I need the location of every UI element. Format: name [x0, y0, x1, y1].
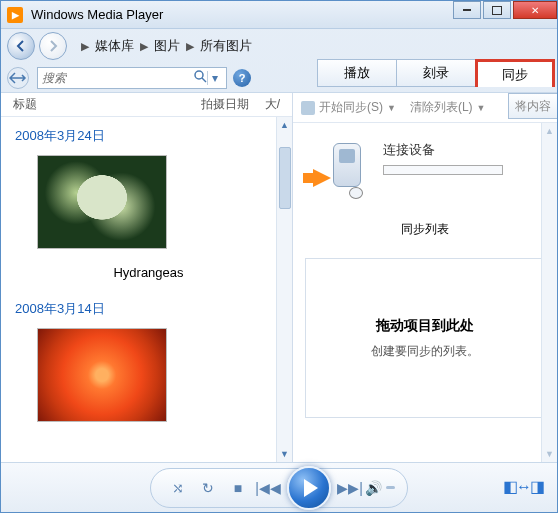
close-button[interactable]: ✕: [513, 1, 557, 19]
sync-toolbar: 开始同步(S) ▼ 清除列表(L) ▼ 将内容: [293, 93, 557, 123]
col-title[interactable]: 标题: [13, 96, 201, 113]
column-headers: 标题 拍摄日期 大/: [1, 93, 292, 117]
nav-bar: ▶ 媒体库 ▶ 图片 ▶ 所有图片: [1, 29, 557, 63]
col-size[interactable]: 大/: [265, 96, 280, 113]
search-icon[interactable]: [193, 69, 207, 86]
mode-tabs: 播放 刻录 同步: [318, 59, 555, 87]
sync-pane: 开始同步(S) ▼ 清除列表(L) ▼ 将内容 连接设备: [293, 93, 557, 462]
help-button[interactable]: ?: [233, 69, 251, 87]
repeat-button[interactable]: ↻: [193, 473, 223, 503]
device-label: 连接设备: [383, 141, 503, 159]
search-input[interactable]: [42, 71, 193, 85]
volume-control[interactable]: 🔊: [365, 473, 395, 503]
location-back-icon[interactable]: [7, 67, 29, 89]
sync-drop-zone[interactable]: 拖动项目到此处 创建要同步的列表。: [305, 258, 545, 418]
window-buttons: ✕: [451, 1, 557, 19]
breadcrumb-item[interactable]: 图片: [154, 37, 180, 55]
playback-controls: ⤭ ↻ ■ |◀◀ ▶▶| 🔊: [150, 468, 408, 508]
volume-slider[interactable]: [386, 486, 395, 489]
device-capacity-bar: [383, 165, 503, 175]
thumbnail-caption: Hydrangeas: [15, 265, 282, 280]
clear-list-button[interactable]: 清除列表(L) ▼: [410, 99, 486, 116]
group-header[interactable]: 2008年3月14日: [15, 300, 282, 318]
drop-zone-line1: 拖动项目到此处: [376, 317, 474, 335]
svg-point-0: [195, 71, 203, 79]
title-bar: ▶ Windows Media Player ✕: [1, 1, 557, 29]
content-area: 标题 拍摄日期 大/ 2008年3月24日 Hydrangeas 2008年3月…: [1, 93, 557, 462]
thumbnail[interactable]: [37, 155, 167, 249]
start-sync-button[interactable]: 开始同步(S) ▼: [301, 99, 396, 116]
previous-button[interactable]: |◀◀: [253, 473, 283, 503]
tab-burn[interactable]: 刻录: [396, 59, 476, 87]
scroll-up-icon[interactable]: ▲: [277, 117, 292, 133]
playback-bar: ⤭ ↻ ■ |◀◀ ▶▶| 🔊 ◧↔◨: [1, 462, 557, 512]
minimize-button[interactable]: [453, 1, 481, 19]
chevron-down-icon: ▼: [387, 103, 396, 113]
device-icon: [313, 139, 371, 201]
search-dropdown-icon[interactable]: ▾: [207, 71, 222, 85]
thumbnail[interactable]: [37, 328, 167, 422]
search-box[interactable]: ▾: [37, 67, 227, 89]
scrollbar[interactable]: ▲ ▼: [541, 123, 557, 462]
drop-zone-line2: 创建要同步的列表。: [371, 343, 479, 360]
library-pane: 标题 拍摄日期 大/ 2008年3月24日 Hydrangeas 2008年3月…: [1, 93, 293, 462]
scrollbar[interactable]: ▲ ▼: [276, 117, 292, 462]
chevron-right-icon: ▶: [186, 40, 194, 53]
chevron-right-icon: ▶: [140, 40, 148, 53]
sync-list-title: 同步列表: [293, 221, 557, 238]
maximize-button[interactable]: [483, 1, 511, 19]
speaker-icon: 🔊: [365, 480, 382, 496]
nav-back-button[interactable]: [7, 32, 35, 60]
app-icon: ▶: [7, 7, 23, 23]
sync-icon: [301, 101, 315, 115]
svg-line-1: [202, 78, 206, 82]
next-button[interactable]: ▶▶|: [335, 473, 365, 503]
gallery: 2008年3月24日 Hydrangeas 2008年3月14日: [1, 117, 292, 462]
nav-forward-button[interactable]: [39, 32, 67, 60]
col-date[interactable]: 拍摄日期: [201, 96, 265, 113]
chevron-right-icon: ▶: [81, 40, 89, 53]
chevron-down-icon: ▼: [477, 103, 486, 113]
breadcrumb-item[interactable]: 媒体库: [95, 37, 134, 55]
tab-sync[interactable]: 同步: [475, 59, 555, 87]
list-item[interactable]: Hydrangeas: [15, 155, 282, 280]
tab-play[interactable]: 播放: [317, 59, 397, 87]
breadcrumb: ▶ 媒体库 ▶ 图片 ▶ 所有图片: [81, 37, 252, 55]
scroll-up-icon[interactable]: ▲: [542, 123, 557, 139]
scroll-down-icon[interactable]: ▼: [542, 446, 557, 462]
scroll-down-icon[interactable]: ▼: [277, 446, 292, 462]
shuffle-button[interactable]: ⤭: [163, 473, 193, 503]
device-area: 连接设备: [293, 123, 557, 211]
overflow-button[interactable]: 将内容: [508, 93, 557, 119]
window-title: Windows Media Player: [31, 7, 451, 22]
stop-button[interactable]: ■: [223, 473, 253, 503]
switch-view-button[interactable]: ◧↔◨: [503, 477, 543, 496]
play-button[interactable]: [287, 466, 331, 510]
list-item[interactable]: [15, 328, 282, 422]
breadcrumb-item[interactable]: 所有图片: [200, 37, 252, 55]
app-window: ▶ Windows Media Player ✕ ▶ 媒体库 ▶ 图片 ▶ 所有…: [0, 0, 558, 513]
group-header[interactable]: 2008年3月24日: [15, 127, 282, 145]
